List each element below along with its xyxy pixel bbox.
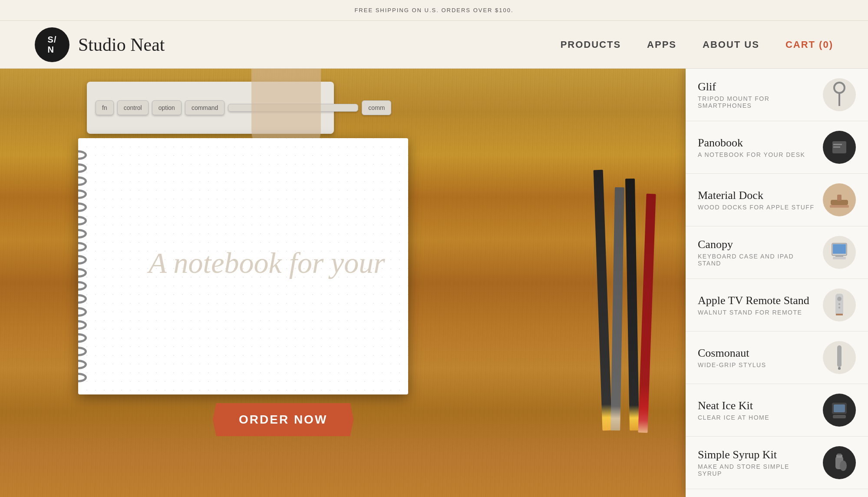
product-subtitle-glif: TRIPOD MOUNT FOR SMARTPHONES: [698, 95, 816, 109]
top-banner: FREE SHIPPING ON U.S. ORDERS OVER $100.: [0, 0, 868, 21]
product-item-neat-ice-kit[interactable]: Neat Ice Kit CLEAR ICE AT HOME: [686, 384, 868, 437]
product-name-material-dock: Material Dock: [698, 189, 816, 202]
spiral-ring: [78, 347, 87, 356]
product-item-canopy[interactable]: Canopy KEYBOARD CASE AND IPAD STAND: [686, 226, 868, 279]
spiral-ring: [78, 255, 87, 265]
notebook: A notebook for your: [78, 138, 408, 394]
product-info-apple-tv-remote: Apple TV Remote Stand WALNUT STAND FOR R…: [698, 294, 816, 316]
nav-apps[interactable]: APPS: [647, 39, 677, 50]
order-now-button[interactable]: ORDER NOW: [213, 403, 353, 436]
logo-initials: S/N: [48, 35, 57, 55]
product-info-neat-ice-kit: Neat Ice Kit CLEAR ICE AT HOME: [698, 399, 816, 421]
spiral-ring: [78, 268, 87, 278]
svg-rect-9: [833, 244, 846, 254]
product-subtitle-cosmonaut: WIDE-GRIP STYLUS: [698, 361, 816, 368]
nav-products[interactable]: PRODUCTS: [561, 39, 621, 50]
svg-rect-21: [833, 415, 846, 418]
notebook-text: A notebook for your: [149, 246, 385, 280]
product-item-panobook[interactable]: Panobook A NOTEBOOK FOR YOUR DESK: [686, 121, 868, 174]
svg-rect-24: [837, 454, 842, 455]
product-name-simple-syrup-kit: Simple Syrup Kit: [698, 448, 816, 461]
product-info-canopy: Canopy KEYBOARD CASE AND IPAD STAND: [698, 238, 816, 267]
product-name-canopy: Canopy: [698, 238, 816, 251]
canopy-icon-svg: [828, 242, 850, 263]
product-icon-material-dock: [823, 183, 856, 216]
spiral-ring: [78, 373, 87, 382]
simple-syrup-kit-icon-svg: [828, 452, 850, 474]
spiral-ring: [78, 307, 87, 317]
logo-area: S/N Studio Neat: [35, 27, 561, 62]
product-info-panobook: Panobook A NOTEBOOK FOR YOUR DESK: [698, 136, 816, 158]
notebook-spiral: [78, 138, 91, 394]
svg-rect-17: [837, 345, 842, 367]
svg-rect-14: [838, 303, 840, 305]
cosmonaut-icon-svg: [835, 345, 844, 371]
material-dock-icon-svg: [828, 191, 850, 209]
svg-rect-1: [838, 93, 840, 106]
svg-rect-6: [837, 195, 842, 201]
product-item-glif[interactable]: Glif TRIPOD MOUNT FOR SMARTPHONES: [686, 69, 868, 121]
spiral-ring: [78, 281, 87, 291]
product-icon-panobook: [823, 131, 856, 164]
nav-cart[interactable]: CART (0): [785, 39, 833, 50]
svg-point-13: [837, 297, 842, 301]
spiral-ring: [78, 360, 87, 369]
product-icon-canopy: [823, 236, 856, 269]
product-name-panobook: Panobook: [698, 136, 816, 149]
logo-circle[interactable]: S/N: [35, 27, 69, 62]
products-dropdown: Glif TRIPOD MOUNT FOR SMARTPHONES Panobo…: [686, 69, 868, 497]
key-command-right: comm: [362, 100, 391, 115]
product-subtitle-simple-syrup-kit: MAKE AND STORE SIMPLE SYRUP: [698, 463, 816, 477]
key-command: command: [185, 100, 224, 115]
spiral-ring: [78, 294, 87, 304]
product-item-simple-syrup-kit[interactable]: Simple Syrup Kit MAKE AND STORE SIMPLE S…: [686, 437, 868, 489]
spiral-ring: [78, 163, 87, 173]
notebook-headline: A notebook for your: [149, 246, 385, 280]
product-info-glif: Glif TRIPOD MOUNT FOR SMARTPHONES: [698, 80, 816, 109]
spiral-ring: [78, 216, 87, 225]
pencil-red: [638, 194, 656, 433]
product-item-apple-tv-remote[interactable]: Apple TV Remote Stand WALNUT STAND FOR R…: [686, 279, 868, 331]
product-icon-glif: [823, 78, 856, 111]
neat-ice-kit-icon-svg: [828, 399, 850, 421]
product-info-material-dock: Material Dock WOOD DOCKS FOR APPLE STUFF: [698, 189, 816, 211]
product-item-cosmonaut[interactable]: Cosmonaut WIDE-GRIP STYLUS: [686, 331, 868, 384]
product-name-glif: Glif: [698, 80, 816, 93]
spiral-ring: [78, 189, 87, 199]
product-subtitle-neat-ice-kit: CLEAR ICE AT HOME: [698, 414, 816, 421]
product-subtitle-canopy: KEYBOARD CASE AND IPAD STAND: [698, 253, 816, 267]
product-item-material-dock[interactable]: Material Dock WOOD DOCKS FOR APPLE STUFF: [686, 174, 868, 226]
main-content: fn control option command comm: [0, 69, 868, 497]
product-name-neat-ice-kit: Neat Ice Kit: [698, 399, 816, 412]
spiral-ring: [78, 202, 87, 212]
panobook-icon-svg: [830, 138, 849, 157]
brand-name[interactable]: Studio Neat: [78, 34, 165, 55]
banner-text: FREE SHIPPING ON U.S. ORDERS OVER $100.: [354, 7, 513, 13]
spiral-ring: [78, 242, 87, 252]
svg-rect-20: [834, 404, 845, 412]
spiral-ring: [78, 176, 87, 186]
pencil-black-1: [594, 170, 612, 431]
spiral-ring: [78, 150, 87, 160]
product-icon-simple-syrup-kit: [823, 446, 856, 479]
svg-point-0: [834, 83, 845, 93]
svg-rect-7: [830, 205, 849, 208]
svg-rect-18: [838, 367, 841, 370]
svg-rect-15: [838, 307, 840, 308]
main-nav: PRODUCTS APPS ABOUT US CART (0): [561, 39, 833, 50]
product-subtitle-apple-tv-remote: WALNUT STAND FOR REMOTE: [698, 309, 816, 316]
product-subtitle-material-dock: WOOD DOCKS FOR APPLE STUFF: [698, 204, 816, 211]
spiral-ring: [78, 320, 87, 330]
glif-icon-svg: [831, 82, 848, 108]
svg-rect-3: [833, 144, 842, 145]
product-name-cosmonaut: Cosmonaut: [698, 347, 816, 360]
product-name-apple-tv-remote: Apple TV Remote Stand: [698, 294, 816, 307]
product-icon-apple-tv-remote: [823, 288, 856, 321]
nav-about[interactable]: ABOUT US: [703, 39, 759, 50]
svg-rect-16: [836, 314, 843, 315]
pencil-gray: [611, 187, 624, 431]
svg-point-25: [840, 461, 847, 471]
pencil-black-2: [625, 179, 639, 431]
svg-rect-11: [833, 257, 846, 259]
product-info-cosmonaut: Cosmonaut WIDE-GRIP STYLUS: [698, 347, 816, 368]
